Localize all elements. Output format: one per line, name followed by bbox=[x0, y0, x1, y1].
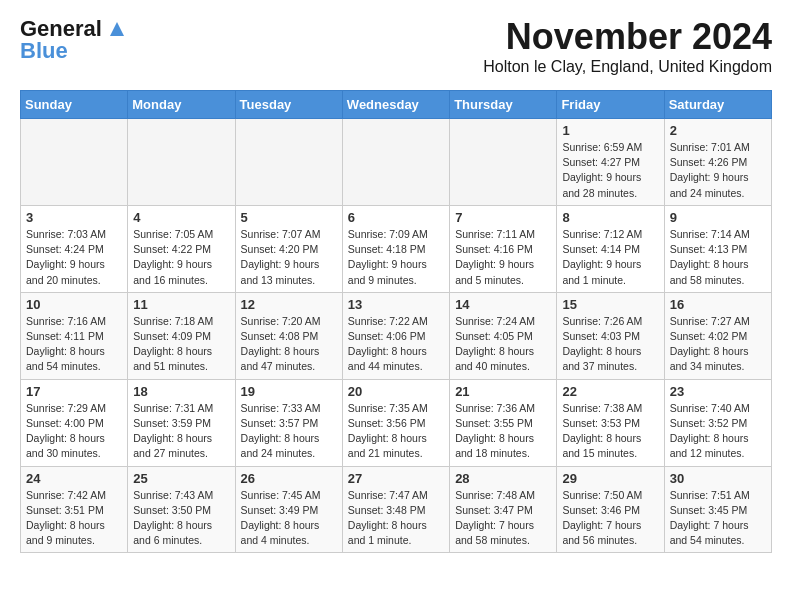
day-number: 9 bbox=[670, 210, 766, 225]
day-info: Sunrise: 7:05 AM Sunset: 4:22 PM Dayligh… bbox=[133, 227, 229, 288]
day-number: 14 bbox=[455, 297, 551, 312]
day-info: Sunrise: 7:45 AM Sunset: 3:49 PM Dayligh… bbox=[241, 488, 337, 549]
page: General Blue November 2024 Holton le Cla… bbox=[0, 0, 792, 569]
day-number: 4 bbox=[133, 210, 229, 225]
calendar-cell: 23Sunrise: 7:40 AM Sunset: 3:52 PM Dayli… bbox=[664, 379, 771, 466]
day-info: Sunrise: 7:35 AM Sunset: 3:56 PM Dayligh… bbox=[348, 401, 444, 462]
day-number: 22 bbox=[562, 384, 658, 399]
day-number: 17 bbox=[26, 384, 122, 399]
day-number: 23 bbox=[670, 384, 766, 399]
day-info: Sunrise: 7:29 AM Sunset: 4:00 PM Dayligh… bbox=[26, 401, 122, 462]
calendar-cell: 28Sunrise: 7:48 AM Sunset: 3:47 PM Dayli… bbox=[450, 466, 557, 553]
week-row-5: 24Sunrise: 7:42 AM Sunset: 3:51 PM Dayli… bbox=[21, 466, 772, 553]
day-info: Sunrise: 7:09 AM Sunset: 4:18 PM Dayligh… bbox=[348, 227, 444, 288]
day-info: Sunrise: 7:26 AM Sunset: 4:03 PM Dayligh… bbox=[562, 314, 658, 375]
calendar-cell: 21Sunrise: 7:36 AM Sunset: 3:55 PM Dayli… bbox=[450, 379, 557, 466]
weekday-header-friday: Friday bbox=[557, 91, 664, 119]
calendar-cell bbox=[128, 119, 235, 206]
calendar-cell: 26Sunrise: 7:45 AM Sunset: 3:49 PM Dayli… bbox=[235, 466, 342, 553]
day-info: Sunrise: 7:38 AM Sunset: 3:53 PM Dayligh… bbox=[562, 401, 658, 462]
day-info: Sunrise: 7:14 AM Sunset: 4:13 PM Dayligh… bbox=[670, 227, 766, 288]
day-number: 18 bbox=[133, 384, 229, 399]
logo-blue: Blue bbox=[20, 38, 68, 64]
day-info: Sunrise: 7:03 AM Sunset: 4:24 PM Dayligh… bbox=[26, 227, 122, 288]
weekday-header-monday: Monday bbox=[128, 91, 235, 119]
day-info: Sunrise: 7:01 AM Sunset: 4:26 PM Dayligh… bbox=[670, 140, 766, 201]
weekday-header-wednesday: Wednesday bbox=[342, 91, 449, 119]
day-info: Sunrise: 7:18 AM Sunset: 4:09 PM Dayligh… bbox=[133, 314, 229, 375]
calendar-cell: 9Sunrise: 7:14 AM Sunset: 4:13 PM Daylig… bbox=[664, 205, 771, 292]
day-number: 16 bbox=[670, 297, 766, 312]
calendar-cell bbox=[342, 119, 449, 206]
day-number: 30 bbox=[670, 471, 766, 486]
day-info: Sunrise: 7:51 AM Sunset: 3:45 PM Dayligh… bbox=[670, 488, 766, 549]
calendar-cell: 13Sunrise: 7:22 AM Sunset: 4:06 PM Dayli… bbox=[342, 292, 449, 379]
calendar-cell bbox=[235, 119, 342, 206]
calendar-cell: 29Sunrise: 7:50 AM Sunset: 3:46 PM Dayli… bbox=[557, 466, 664, 553]
calendar-cell: 11Sunrise: 7:18 AM Sunset: 4:09 PM Dayli… bbox=[128, 292, 235, 379]
calendar-cell: 24Sunrise: 7:42 AM Sunset: 3:51 PM Dayli… bbox=[21, 466, 128, 553]
calendar-cell: 5Sunrise: 7:07 AM Sunset: 4:20 PM Daylig… bbox=[235, 205, 342, 292]
day-info: Sunrise: 7:12 AM Sunset: 4:14 PM Dayligh… bbox=[562, 227, 658, 288]
day-number: 26 bbox=[241, 471, 337, 486]
calendar-cell: 25Sunrise: 7:43 AM Sunset: 3:50 PM Dayli… bbox=[128, 466, 235, 553]
day-number: 5 bbox=[241, 210, 337, 225]
calendar-cell: 4Sunrise: 7:05 AM Sunset: 4:22 PM Daylig… bbox=[128, 205, 235, 292]
calendar-cell: 19Sunrise: 7:33 AM Sunset: 3:57 PM Dayli… bbox=[235, 379, 342, 466]
calendar-cell: 27Sunrise: 7:47 AM Sunset: 3:48 PM Dayli… bbox=[342, 466, 449, 553]
calendar-cell: 6Sunrise: 7:09 AM Sunset: 4:18 PM Daylig… bbox=[342, 205, 449, 292]
calendar-cell: 16Sunrise: 7:27 AM Sunset: 4:02 PM Dayli… bbox=[664, 292, 771, 379]
calendar-cell: 14Sunrise: 7:24 AM Sunset: 4:05 PM Dayli… bbox=[450, 292, 557, 379]
day-info: Sunrise: 7:42 AM Sunset: 3:51 PM Dayligh… bbox=[26, 488, 122, 549]
calendar-cell: 30Sunrise: 7:51 AM Sunset: 3:45 PM Dayli… bbox=[664, 466, 771, 553]
day-number: 25 bbox=[133, 471, 229, 486]
day-number: 2 bbox=[670, 123, 766, 138]
calendar-cell: 15Sunrise: 7:26 AM Sunset: 4:03 PM Dayli… bbox=[557, 292, 664, 379]
calendar-cell: 17Sunrise: 7:29 AM Sunset: 4:00 PM Dayli… bbox=[21, 379, 128, 466]
day-number: 24 bbox=[26, 471, 122, 486]
weekday-header-tuesday: Tuesday bbox=[235, 91, 342, 119]
day-number: 1 bbox=[562, 123, 658, 138]
calendar-table: SundayMondayTuesdayWednesdayThursdayFrid… bbox=[20, 90, 772, 553]
day-number: 15 bbox=[562, 297, 658, 312]
calendar-body: 1Sunrise: 6:59 AM Sunset: 4:27 PM Daylig… bbox=[21, 119, 772, 553]
weekday-header-sunday: Sunday bbox=[21, 91, 128, 119]
header: General Blue November 2024 Holton le Cla… bbox=[20, 16, 772, 86]
day-info: Sunrise: 7:36 AM Sunset: 3:55 PM Dayligh… bbox=[455, 401, 551, 462]
week-row-4: 17Sunrise: 7:29 AM Sunset: 4:00 PM Dayli… bbox=[21, 379, 772, 466]
day-number: 8 bbox=[562, 210, 658, 225]
day-info: Sunrise: 7:11 AM Sunset: 4:16 PM Dayligh… bbox=[455, 227, 551, 288]
week-row-2: 3Sunrise: 7:03 AM Sunset: 4:24 PM Daylig… bbox=[21, 205, 772, 292]
calendar-cell: 20Sunrise: 7:35 AM Sunset: 3:56 PM Dayli… bbox=[342, 379, 449, 466]
weekday-header-row: SundayMondayTuesdayWednesdayThursdayFrid… bbox=[21, 91, 772, 119]
calendar-subtitle: Holton le Clay, England, United Kingdom bbox=[483, 58, 772, 76]
weekday-header-thursday: Thursday bbox=[450, 91, 557, 119]
day-number: 19 bbox=[241, 384, 337, 399]
day-info: Sunrise: 7:24 AM Sunset: 4:05 PM Dayligh… bbox=[455, 314, 551, 375]
calendar-cell bbox=[450, 119, 557, 206]
weekday-header-saturday: Saturday bbox=[664, 91, 771, 119]
day-number: 28 bbox=[455, 471, 551, 486]
day-number: 29 bbox=[562, 471, 658, 486]
day-info: Sunrise: 7:22 AM Sunset: 4:06 PM Dayligh… bbox=[348, 314, 444, 375]
logo: General Blue bbox=[20, 16, 128, 64]
day-info: Sunrise: 7:48 AM Sunset: 3:47 PM Dayligh… bbox=[455, 488, 551, 549]
week-row-3: 10Sunrise: 7:16 AM Sunset: 4:11 PM Dayli… bbox=[21, 292, 772, 379]
calendar-cell: 18Sunrise: 7:31 AM Sunset: 3:59 PM Dayli… bbox=[128, 379, 235, 466]
calendar-cell: 22Sunrise: 7:38 AM Sunset: 3:53 PM Dayli… bbox=[557, 379, 664, 466]
day-info: Sunrise: 7:07 AM Sunset: 4:20 PM Dayligh… bbox=[241, 227, 337, 288]
day-info: Sunrise: 7:20 AM Sunset: 4:08 PM Dayligh… bbox=[241, 314, 337, 375]
calendar-cell bbox=[21, 119, 128, 206]
day-number: 10 bbox=[26, 297, 122, 312]
day-number: 12 bbox=[241, 297, 337, 312]
week-row-1: 1Sunrise: 6:59 AM Sunset: 4:27 PM Daylig… bbox=[21, 119, 772, 206]
day-number: 21 bbox=[455, 384, 551, 399]
logo-icon bbox=[106, 18, 128, 40]
day-info: Sunrise: 6:59 AM Sunset: 4:27 PM Dayligh… bbox=[562, 140, 658, 201]
day-info: Sunrise: 7:27 AM Sunset: 4:02 PM Dayligh… bbox=[670, 314, 766, 375]
day-info: Sunrise: 7:50 AM Sunset: 3:46 PM Dayligh… bbox=[562, 488, 658, 549]
calendar-cell: 12Sunrise: 7:20 AM Sunset: 4:08 PM Dayli… bbox=[235, 292, 342, 379]
calendar-title: November 2024 bbox=[483, 16, 772, 58]
calendar-cell: 8Sunrise: 7:12 AM Sunset: 4:14 PM Daylig… bbox=[557, 205, 664, 292]
svg-marker-0 bbox=[110, 22, 124, 36]
